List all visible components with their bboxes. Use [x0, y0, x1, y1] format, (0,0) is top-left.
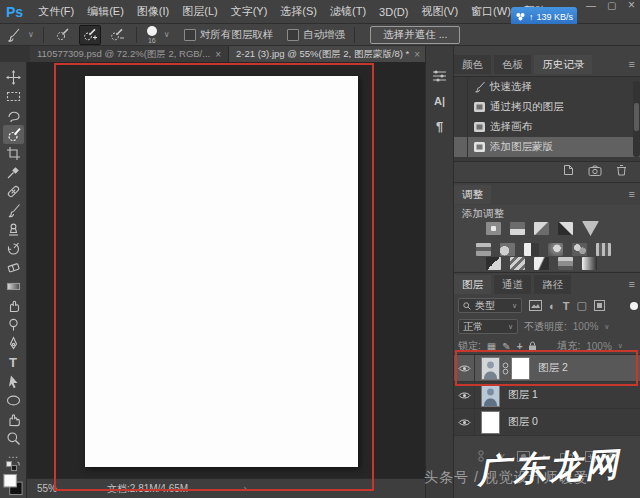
vibrance-icon[interactable] [582, 221, 599, 236]
spot-healing-brush-tool[interactable] [3, 182, 24, 201]
gradient-map-icon[interactable] [582, 257, 597, 270]
move-tool[interactable] [3, 68, 24, 87]
layer-thumbnail[interactable] [481, 357, 500, 380]
filter-shape-layers-icon[interactable]: ▢ [576, 299, 586, 312]
layer-thumbnail[interactable] [481, 411, 500, 434]
close-button[interactable]: × [628, 0, 635, 10]
properties-panel-icon[interactable] [432, 68, 447, 83]
history-step-layer-via-copy[interactable]: 通过拷贝的图层 [454, 97, 640, 117]
subtract-from-selection-mode-button[interactable] [107, 26, 127, 44]
scrollbar-thumb[interactable] [634, 103, 639, 131]
fill-value[interactable]: 100% [586, 341, 612, 352]
tab-history[interactable]: 历史记录 [534, 55, 592, 74]
layer-name[interactable]: 图层 2 [538, 361, 568, 375]
history-source-toggle[interactable] [454, 77, 468, 97]
threshold-icon[interactable] [534, 257, 549, 270]
visibility-eye-icon[interactable] [454, 382, 475, 408]
history-source-toggle[interactable] [454, 97, 468, 117]
filter-type-layers-icon[interactable]: T [563, 300, 570, 312]
tab-color[interactable]: 颜色 [454, 55, 491, 74]
sample-all-layers-checkbox[interactable]: 对所有图层取样 [184, 28, 274, 42]
rectangular-marquee-tool[interactable] [3, 87, 24, 106]
document-canvas[interactable] [85, 76, 358, 467]
levels-icon[interactable] [510, 222, 525, 235]
chevron-down-icon[interactable]: ∨ [604, 323, 609, 331]
menu-window[interactable]: 窗口(W) [471, 4, 511, 19]
menu-file[interactable]: 文件(F) [38, 4, 74, 19]
posterize-icon[interactable] [510, 257, 525, 270]
layer-thumbnail[interactable] [481, 384, 500, 407]
document-tab-2[interactable]: 2-21 (3).jpg @ 55%(图层 2, 图层蒙版/8) * × [229, 46, 428, 62]
history-step-add-layer-mask[interactable]: 添加图层蒙版 [454, 137, 640, 157]
visibility-eye-icon[interactable] [454, 409, 475, 435]
black-white-icon[interactable] [524, 243, 539, 256]
eyedropper-tool[interactable] [3, 163, 24, 182]
brush-size-picker[interactable]: 16 [146, 25, 158, 44]
eraser-tool[interactable] [3, 258, 24, 277]
lock-transparency-icon[interactable]: ▦ [487, 341, 496, 352]
layer-name[interactable]: 图层 1 [508, 388, 538, 402]
new-snapshot-camera-icon[interactable] [588, 165, 602, 176]
zoom-level-field[interactable]: 55% [37, 483, 57, 494]
swap-colors-icon[interactable] [3, 460, 24, 472]
filter-pixel-layers-icon[interactable] [529, 300, 542, 311]
color-balance-icon[interactable] [500, 243, 515, 256]
paragraph-panel-icon[interactable]: ¶ [436, 119, 443, 134]
brush-tool[interactable] [3, 201, 24, 220]
tab-channels[interactable]: 通道 [494, 275, 531, 294]
document-size-info[interactable]: 文档:2.81M/4.65M [107, 482, 188, 496]
lock-all-icon[interactable] [528, 341, 537, 352]
quick-selection-tool[interactable] [3, 125, 24, 144]
hue-saturation-icon[interactable] [476, 243, 491, 256]
chevron-down-icon[interactable]: ∨ [618, 342, 623, 350]
new-selection-mode-button[interactable] [53, 26, 73, 44]
document-tab-1[interactable]: 110577309.psd @ 72.2%(图层 2, RGB/... × [30, 46, 229, 62]
type-tool[interactable]: T [3, 353, 24, 372]
ellipse-shape-tool[interactable] [3, 391, 24, 410]
history-scrollbar[interactable] [633, 81, 640, 157]
curves-icon[interactable] [534, 222, 549, 235]
history-source-toggle[interactable] [454, 117, 468, 137]
history-brush-tool[interactable] [3, 239, 24, 258]
menu-layer[interactable]: 图层(L) [182, 4, 217, 19]
menu-type[interactable]: 文字(Y) [231, 4, 268, 19]
panel-menu-icon[interactable]: ≡ [629, 188, 635, 200]
menu-3d[interactable]: 3D(D) [379, 6, 408, 18]
filter-toggle-icon[interactable] [630, 302, 638, 310]
lock-position-icon[interactable]: + [517, 341, 523, 352]
filter-kind-dropdown[interactable]: 类型 ∨ [458, 298, 522, 313]
menu-select[interactable]: 选择(S) [280, 4, 317, 19]
filter-adjustment-layers-icon[interactable]: ◐ [549, 300, 556, 312]
pen-tool[interactable] [3, 334, 24, 353]
history-source-toggle[interactable] [454, 137, 468, 157]
exposure-icon[interactable] [558, 222, 573, 235]
status-chevron-icon[interactable]: › [243, 483, 246, 494]
layer-row-layer2[interactable]: 图层 2 [454, 355, 640, 382]
path-selection-tool[interactable] [3, 372, 24, 391]
tab-close-icon[interactable]: × [414, 49, 420, 60]
maximize-button[interactable]: ▢ [607, 1, 616, 11]
tab-swatches[interactable]: 色板 [494, 55, 531, 74]
menu-edit[interactable]: 编辑(E) [87, 4, 124, 19]
zoom-tool[interactable] [3, 429, 24, 448]
menu-image[interactable]: 图像(I) [137, 4, 169, 19]
color-lookup-icon[interactable] [596, 243, 611, 256]
select-and-mask-button[interactable]: 选择并遮住 ... [370, 26, 460, 44]
lock-pixels-icon[interactable]: ✎ [502, 341, 510, 352]
character-panel-icon[interactable]: A| [434, 95, 445, 107]
auto-enhance-checkbox[interactable]: 自动增强 [287, 28, 345, 42]
channel-mixer-icon[interactable] [572, 243, 587, 256]
clone-stamp-tool[interactable] [3, 220, 24, 239]
mask-link-icon[interactable] [502, 362, 509, 375]
blend-mode-dropdown[interactable]: 正常 ∨ [458, 319, 518, 334]
foreground-background-swatches[interactable] [3, 472, 24, 498]
layer-row-layer0[interactable]: 图层 0 [454, 409, 640, 436]
visibility-eye-icon[interactable] [454, 355, 475, 381]
tab-layers[interactable]: 图层 [454, 275, 491, 294]
smudge-tool[interactable] [3, 296, 24, 315]
layer-row-layer1[interactable]: 图层 1 [454, 382, 640, 409]
hand-tool[interactable] [3, 410, 24, 429]
minimize-button[interactable]: — [586, 1, 596, 11]
layer-mask-thumbnail[interactable] [511, 357, 530, 380]
tool-preset-chevron-icon[interactable]: ∨ [28, 30, 34, 39]
